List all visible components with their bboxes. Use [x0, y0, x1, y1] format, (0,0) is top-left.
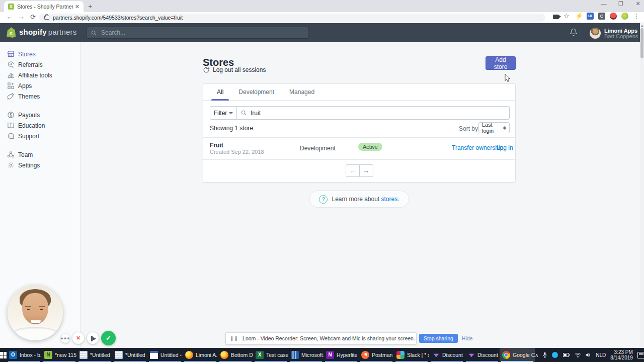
taskbar-apps-untitled[interactable]: *Untitled ... — [77, 348, 112, 362]
stores-card: All Development Managed Filter Showing 1… — [203, 83, 516, 183]
sidebar-nav-affiliate-tools[interactable]: Affiliate tools — [0, 70, 80, 80]
taskbar-apps-limoni-a[interactable]: Limoni A... — [183, 348, 218, 362]
language-indicator[interactable]: NLD — [596, 352, 606, 358]
sidebar-nav-themes[interactable]: Themes — [0, 91, 80, 102]
taskbar-apps-microsoft[interactable]: Microsoft... — [288, 348, 324, 362]
transfer-ownership-link[interactable]: Transfer ownership — [452, 144, 503, 151]
account-subname: Bart Coppens — [604, 34, 638, 39]
refresh-icon[interactable]: ⟳ — [30, 13, 36, 21]
storefront-icon — [7, 50, 15, 58]
next-page-button[interactable]: → — [360, 164, 373, 177]
brand-bold: shopify — [19, 28, 47, 36]
account-menu[interactable]: Limoni Apps Bart Coppens — [604, 28, 638, 39]
sort-select[interactable]: Last login — [478, 122, 510, 133]
close-button[interactable]: ✕ — [635, 1, 641, 7]
brand-light: partners — [48, 28, 77, 36]
forward-icon[interactable]: → — [18, 13, 25, 21]
taskbar-apps-postman[interactable]: Postman — [359, 348, 394, 362]
sidebar-nav-referrals[interactable]: Referrals — [0, 59, 80, 70]
taskbar-apps-inbox-b[interactable]: Inbox - b... — [7, 348, 42, 362]
sort-value: Last login — [482, 122, 503, 134]
recorder-cancel-button[interactable]: ✕ — [72, 332, 84, 344]
outlook-icon — [9, 351, 17, 359]
taskbar-apps-bottom-d[interactable]: Bottom D... — [218, 348, 253, 362]
support-icon — [7, 132, 15, 140]
store-tabs: All Development Managed — [203, 84, 515, 101]
red-circle-extension-icon[interactable] — [610, 13, 617, 20]
webcam-bubble[interactable] — [8, 285, 63, 340]
microphone-icon[interactable] — [543, 352, 547, 358]
store-name[interactable]: Fruit — [210, 142, 223, 149]
lightning-extension-icon[interactable]: ⚡ — [575, 13, 582, 20]
bookmark-star-icon[interactable]: ☆ — [564, 13, 571, 20]
recorder-more-button[interactable]: ●●● — [61, 334, 70, 343]
filter-dropdown[interactable]: Filter — [210, 107, 237, 119]
menu-icon[interactable]: ⋮ — [633, 13, 640, 20]
sidebar-nav-settings[interactable]: Settings — [0, 160, 80, 170]
new-tab-button[interactable]: ＋ — [87, 2, 94, 11]
visual-studio-icon — [467, 351, 475, 359]
hide-link[interactable]: Hide — [462, 335, 473, 341]
sidebar-nav-apps[interactable]: Apps — [0, 80, 80, 91]
minimize-button[interactable]: — — [601, 1, 607, 7]
action-center-icon[interactable] — [637, 352, 644, 358]
stop-sharing-button[interactable]: Stop sharing — [419, 334, 458, 343]
green-extension-icon[interactable] — [621, 13, 628, 20]
taskbar-apps-test-cases[interactable]: Test cases... — [253, 348, 288, 362]
store-search[interactable] — [237, 107, 509, 119]
recorder-restart-button[interactable]: ▐▶ — [87, 332, 99, 344]
global-search-input[interactable] — [100, 29, 304, 37]
sidebar-nav-support[interactable]: Support — [0, 131, 80, 141]
page-scrollbar[interactable]: ▲ — [640, 23, 644, 348]
sidebar-nav-payouts[interactable]: Payouts — [0, 110, 80, 120]
sort-arrows-icon — [503, 126, 506, 130]
log-in-link[interactable]: Log in — [497, 144, 513, 151]
taskbar-apps-discount[interactable]: Discount ... — [429, 348, 464, 362]
camera-icon[interactable] — [553, 15, 559, 19]
speaker-icon[interactable] — [586, 352, 591, 357]
scroll-up-arrow-icon[interactable]: ▲ — [640, 24, 644, 28]
taskbar-apps-hyperlite[interactable]: Hyperlite ... — [324, 348, 359, 362]
recorder-finish-button[interactable]: ✓ — [101, 331, 116, 345]
taskbar-clock[interactable]: 3:23 PM 8/14/2019 — [610, 349, 633, 360]
taskbar-apps-untitled[interactable]: Untitled - ... — [147, 348, 183, 362]
battery-icon[interactable] — [563, 352, 570, 357]
taskbar-apps: Inbox - b... *new 115 ... *Untitled ... … — [7, 348, 535, 362]
postman-icon — [361, 351, 369, 359]
taskbar-apps-untitled[interactable]: *Untitled ... — [112, 348, 147, 362]
browser-tab[interactable]: Stores - Shopify Partners ✕ — [4, 1, 84, 12]
store-type: Development — [300, 145, 336, 152]
taskbar-apps-new-115[interactable]: *new 115 ... — [42, 348, 77, 362]
tab-managed[interactable]: Managed — [282, 84, 322, 100]
row-divider — [203, 137, 515, 138]
url-bar[interactable]: partners.shopify.com/549533/stores?searc… — [39, 14, 545, 22]
start-button[interactable] — [0, 348, 7, 362]
logout-all-sessions[interactable]: Log out all sessions — [203, 66, 266, 73]
notifications-bell-icon[interactable] — [570, 28, 578, 37]
ui-extension-icon[interactable]: Ui — [587, 13, 594, 20]
sidebar-nav-education[interactable]: Education — [0, 120, 80, 131]
sidebar-nav-stores[interactable]: Stores — [0, 49, 80, 59]
drag-grip-icon[interactable]: ❚❚ — [230, 336, 238, 341]
scrollbar-thumb[interactable] — [640, 28, 643, 58]
add-store-button[interactable]: Add store — [486, 56, 516, 70]
presence-status-icon[interactable] — [551, 351, 558, 358]
taskbar-apps-discount[interactable]: Discount ... — [464, 348, 500, 362]
stores-link[interactable]: stores. — [381, 196, 399, 203]
global-search[interactable] — [87, 27, 308, 39]
back-icon[interactable]: ← — [6, 13, 13, 21]
c-extension-icon[interactable]: C — [598, 13, 605, 20]
taskbar-apps-slack-s[interactable]: Slack | * s... — [394, 348, 429, 362]
sidebar-nav-team[interactable]: Team — [0, 149, 80, 160]
firefox-icon — [220, 351, 228, 359]
tab-all[interactable]: All — [209, 84, 231, 100]
previous-page-button[interactable]: ← — [346, 164, 360, 177]
tab-development[interactable]: Development — [231, 84, 282, 100]
maximize-button[interactable]: ❐ — [618, 1, 624, 7]
tray-expand-icon[interactable]: ∧ — [535, 352, 538, 358]
wifi-icon[interactable] — [575, 352, 581, 357]
account-avatar[interactable] — [590, 28, 601, 39]
taskbar-apps-google-c[interactable]: Google C... — [500, 348, 535, 362]
store-search-input[interactable] — [250, 109, 506, 117]
tab-close-icon[interactable]: ✕ — [75, 4, 79, 10]
